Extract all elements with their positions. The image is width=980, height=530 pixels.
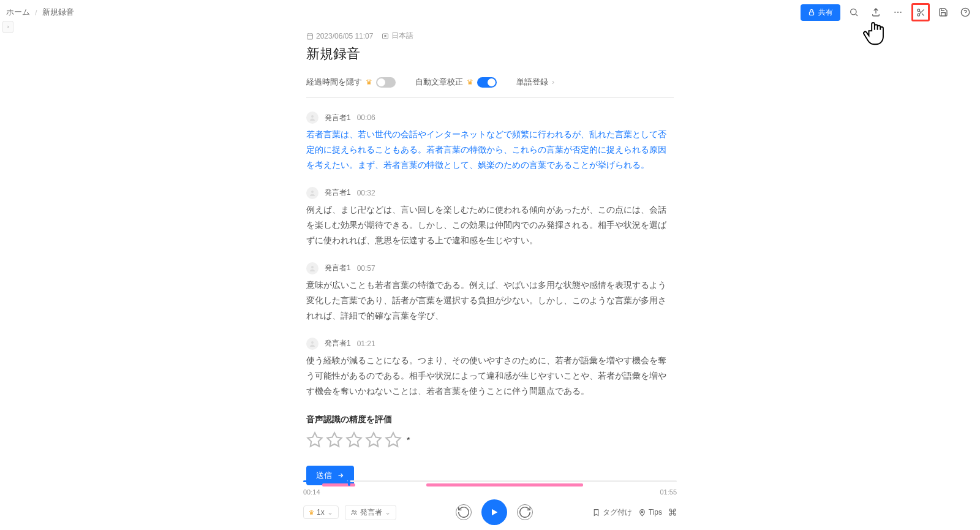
time-total: 01:55 [660, 488, 677, 496]
svg-point-15 [355, 511, 356, 512]
star-icon[interactable] [306, 431, 323, 449]
svg-point-12 [311, 266, 314, 268]
transcript-segment[interactable]: 発言者1 00:32 例えば、まじ卍などは、言い回しを楽しむために使われる傾向が… [306, 187, 674, 249]
avatar [306, 112, 318, 124]
option-hide-elapsed[interactable]: 経過時間を隠す ♛ [306, 77, 396, 88]
segment-timestamp[interactable]: 00:32 [357, 189, 375, 197]
search-icon [849, 7, 859, 17]
svg-point-2 [894, 12, 895, 13]
skip-back-button[interactable] [456, 504, 472, 520]
svg-point-6 [917, 13, 919, 16]
segment-text[interactable]: 使う経験が減ることになる。つまり、その使いやすさのために、若者が語彙を増やす機会… [306, 354, 674, 399]
transcript-segment[interactable]: 発言者1 00:06 若者言葉は、若い世代の会話やインターネットなどで頻繁に行わ… [306, 112, 674, 173]
skip-forward-icon [518, 505, 532, 519]
expand-sidebar-button[interactable] [2, 21, 13, 33]
scissors-icon [916, 8, 925, 17]
svg-point-4 [900, 12, 902, 13]
save-icon [938, 7, 948, 17]
avatar [306, 187, 318, 199]
speaker-name[interactable]: 発言者1 [325, 263, 351, 273]
svg-point-11 [311, 191, 314, 193]
track-playhead[interactable] [348, 477, 350, 486]
tips-button[interactable]: Tips [638, 508, 662, 517]
shortcuts-button[interactable] [668, 508, 677, 517]
chevron-down-icon: ⌄ [327, 508, 333, 517]
option-vocab[interactable]: 単語登録 › [516, 77, 554, 88]
segment-text[interactable]: 若者言葉は、若い世代の会話やインターネットなどで頻繁に行われるが、乱れた言葉とし… [306, 127, 674, 173]
segment-text[interactable]: 意味が広いことも若者言葉の特徴である。例えば、やばいは多用な状態や感情を表現する… [306, 278, 674, 324]
meta-datetime: 2023/06/05 11:07 [306, 32, 373, 40]
upload-icon-button[interactable] [867, 4, 884, 21]
svg-point-1 [851, 9, 856, 15]
pin-icon [638, 509, 646, 517]
speaker-name[interactable]: 発言者1 [325, 113, 351, 123]
avatar [306, 262, 318, 274]
play-button[interactable] [481, 499, 507, 525]
segment-timestamp[interactable]: 00:06 [357, 113, 375, 122]
toggle-auto-correct[interactable] [477, 77, 497, 88]
meta-language: 日本語 [382, 31, 413, 41]
upload-icon [871, 7, 881, 17]
svg-point-13 [311, 341, 314, 344]
required-asterisk: * [407, 435, 410, 445]
speaker-name[interactable]: 発言者1 [325, 338, 351, 349]
speaker-name[interactable]: 発言者1 [325, 187, 351, 198]
play-icon [489, 507, 499, 518]
share-button[interactable]: 共有 [801, 4, 840, 21]
crown-icon: ♛ [309, 509, 314, 516]
help-icon-button[interactable] [957, 4, 974, 21]
save-icon-button[interactable] [935, 4, 952, 21]
chevron-down-icon: ⌄ [385, 508, 391, 517]
breadcrumb-current: 新規録音 [42, 7, 74, 18]
people-icon [350, 509, 358, 516]
search-icon-button[interactable] [845, 4, 862, 21]
playback-speed[interactable]: ♛ 1x ⌄ [303, 505, 339, 519]
svg-rect-8 [307, 34, 313, 39]
more-icon-button[interactable] [889, 4, 907, 21]
svg-rect-0 [810, 12, 814, 15]
svg-point-16 [641, 511, 643, 513]
segment-timestamp[interactable]: 01:21 [357, 339, 375, 348]
skip-back-icon [457, 505, 470, 519]
track-segment-marker [426, 483, 583, 486]
time-current: 00:14 [303, 488, 320, 496]
star-icon[interactable] [326, 431, 343, 449]
language-icon [382, 32, 389, 40]
highlighted-action [911, 3, 930, 21]
avatar [306, 338, 318, 350]
star-icon[interactable] [365, 431, 382, 449]
crown-icon: ♛ [366, 78, 372, 86]
speaker-filter[interactable]: 発言者 ⌄ [345, 505, 396, 520]
option-auto-correct[interactable]: 自動文章校正 ♛ [415, 77, 497, 88]
chevron-right-icon: › [552, 78, 554, 86]
star-icon[interactable] [385, 431, 402, 449]
rating-title: 音声認識の精度を評価 [306, 414, 674, 425]
transcript-segment[interactable]: 発言者1 00:57 意味が広いことも若者言葉の特徴である。例えば、やばいは多用… [306, 262, 674, 324]
help-icon [960, 7, 970, 17]
transcript-segment[interactable]: 発言者1 01:21 使う経験が減ることになる。つまり、その使いやすさのために、… [306, 338, 674, 399]
arrow-right-icon [337, 472, 344, 479]
star-icon[interactable] [345, 431, 363, 449]
tag-button[interactable]: タグ付け [592, 507, 632, 518]
audio-track[interactable] [303, 479, 677, 487]
scissors-icon-button[interactable] [914, 6, 927, 19]
bookmark-icon [592, 509, 600, 517]
more-icon [893, 7, 903, 17]
breadcrumb-sep: / [35, 8, 37, 17]
page-title[interactable]: 新規録音 [306, 45, 674, 63]
rating-stars[interactable]: * [306, 431, 674, 449]
track-segment-marker [322, 483, 356, 486]
breadcrumb-home[interactable]: ホーム [6, 7, 30, 18]
segment-text[interactable]: 例えば、まじ卍などは、言い回しを楽しむために使われる傾向があったが、この点には、… [306, 203, 674, 249]
lock-icon [808, 9, 815, 16]
segment-timestamp[interactable]: 00:57 [357, 264, 375, 273]
chevron-right-icon [6, 24, 10, 30]
toggle-hide-elapsed[interactable] [376, 77, 396, 88]
command-icon [668, 508, 677, 517]
svg-point-10 [311, 115, 314, 118]
svg-point-5 [917, 9, 919, 11]
crown-icon: ♛ [467, 78, 473, 86]
skip-forward-button[interactable] [517, 504, 533, 520]
calendar-icon [306, 32, 314, 40]
svg-point-3 [897, 12, 899, 13]
